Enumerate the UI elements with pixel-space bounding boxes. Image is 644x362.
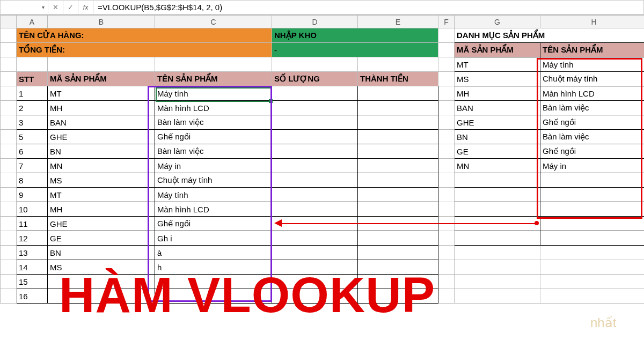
col-header[interactable]: C [155,16,272,28]
hdr-name[interactable]: TÊN SẢN PHẨM [155,72,272,86]
cell-stt[interactable]: 9 [17,188,48,202]
cell-total[interactable] [358,217,438,231]
cell-stt[interactable]: 6 [17,144,48,159]
cell-code[interactable]: BN [48,144,155,159]
cell[interactable] [438,246,455,260]
row-header[interactable] [1,43,17,57]
col-header[interactable]: D [272,16,358,28]
cell-qty[interactable] [272,246,358,260]
cell-stt[interactable]: 11 [17,217,48,231]
col-header[interactable]: B [48,16,155,28]
cell-total[interactable] [358,202,438,217]
cell-code[interactable]: BAN [48,115,155,130]
cell[interactable] [438,289,455,304]
cell[interactable] [17,57,48,72]
cell-stt[interactable]: 13 [17,246,48,260]
hdr-code[interactable]: MÃ SẢN PHẨM [48,72,155,86]
col-header[interactable]: G [455,16,540,28]
cell[interactable] [48,57,155,72]
cell-qty[interactable] [272,159,358,173]
catalog-name[interactable]: Máy tính [540,57,645,72]
cell-total[interactable] [358,231,438,246]
cell[interactable] [438,144,455,159]
cell-code[interactable]: MS [48,173,155,188]
cell-total[interactable] [358,86,438,101]
cell-qty[interactable] [272,130,358,144]
cell-qty[interactable] [272,173,358,188]
catalog-code[interactable]: MS [455,72,540,86]
cell-qty[interactable] [272,86,358,101]
cell-code[interactable]: MH [48,101,155,115]
catalog-name[interactable]: Ghế ngồi [540,144,645,159]
row-header[interactable] [1,173,17,188]
cell[interactable] [438,188,455,202]
cell[interactable] [272,57,358,72]
cell[interactable] [438,275,455,289]
cell-code[interactable]: MT [48,188,155,202]
accept-icon[interactable]: ✓ [63,0,78,14]
cell-qty[interactable] [272,217,358,231]
cell-name[interactable]: Màn hình LCD [155,101,272,115]
cell[interactable] [438,28,455,43]
cell-qty[interactable] [272,188,358,202]
cell-name[interactable] [155,275,272,289]
fx-icon[interactable]: fx [78,0,93,14]
cell-qty[interactable] [272,231,358,246]
cell-name[interactable]: Bàn làm việc [155,115,272,130]
row-header[interactable] [1,231,17,246]
cell-code[interactable]: GHE [48,217,155,231]
cell[interactable] [438,57,455,72]
catalog-name[interactable] [540,217,645,231]
cell-name[interactable]: Bàn làm việc [155,144,272,159]
cell-name[interactable]: h [155,260,272,275]
catalog-code[interactable] [455,231,540,246]
cell-name[interactable]: Ghế ngồi [155,217,272,231]
cell[interactable] [358,57,438,72]
cell-total[interactable] [358,101,438,115]
row-header[interactable] [1,130,17,144]
cell-code[interactable]: GE [48,231,155,246]
hdr-qty[interactable]: SỐ LƯỢNG [272,72,358,86]
row-header[interactable] [1,260,17,275]
catalog-code[interactable]: MT [455,57,540,72]
cell-name[interactable]: Chuột máy tính [155,173,272,188]
cell-name[interactable]: Gh i [155,231,272,246]
catalog-name[interactable] [540,173,645,188]
catalog-code[interactable]: GE [455,144,540,159]
formula-input[interactable]: =VLOOKUP(B5,$G$2:$H$14, 2, 0) [93,0,644,14]
cell-qty[interactable] [272,289,358,304]
cell[interactable] [438,101,455,115]
cell-code[interactable]: GHE [48,130,155,144]
hdr-total[interactable]: THÀNH TIỀN [358,72,438,86]
cell-stt[interactable]: 10 [17,202,48,217]
catalog-name[interactable] [540,275,645,289]
catalog-name[interactable]: Bàn làm việc [540,130,645,144]
grid[interactable]: A B C D E F G H TÊN CỬA HÀNG: NHẬP KHO D… [0,15,644,304]
cell[interactable] [438,130,455,144]
cell-total[interactable] [358,130,438,144]
catalog-code[interactable] [455,246,540,260]
total-value[interactable]: - [272,43,438,57]
cell-code[interactable] [48,275,155,289]
row-header[interactable] [1,72,17,86]
cell[interactable] [438,217,455,231]
cell-qty[interactable] [272,101,358,115]
cell-total[interactable] [358,246,438,260]
cell-total[interactable] [358,173,438,188]
cell-total[interactable] [358,159,438,173]
cell-code[interactable]: MT [48,86,155,101]
cell-qty[interactable] [272,144,358,159]
cell-name[interactable]: Ghế ngồi [155,130,272,144]
row-header[interactable] [1,28,17,43]
row-header[interactable] [1,289,17,304]
catalog-code[interactable]: GHE [455,115,540,130]
cell[interactable] [438,260,455,275]
cell[interactable] [438,159,455,173]
catalog-code[interactable]: MH [455,86,540,101]
cell[interactable] [438,115,455,130]
catalog-name[interactable] [540,231,645,246]
cell[interactable] [438,86,455,101]
row-header[interactable] [1,144,17,159]
catalog-name[interactable]: Màn hình LCD [540,86,645,101]
catalog-code[interactable] [455,275,540,289]
